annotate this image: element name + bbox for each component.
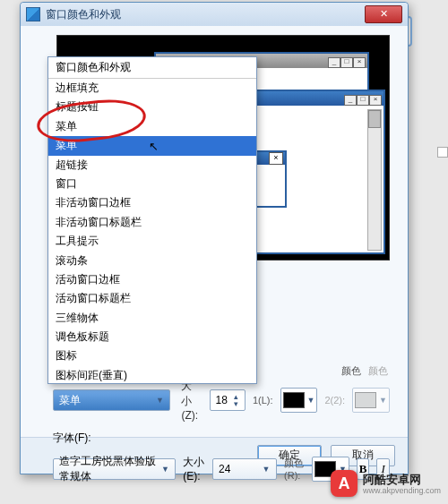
cursor-icon: ↖	[149, 139, 159, 156]
titlebar[interactable]: 窗口颜色和外观 ✕	[21, 3, 408, 26]
color-r-label: 颜色(R):	[284, 457, 305, 481]
color2-picker[interactable]: ▼	[352, 388, 390, 413]
dropdown-item[interactable]: 菜单	[48, 117, 256, 136]
dropdown-item[interactable]: 图标	[48, 346, 256, 365]
font-label: 字体(F):	[53, 431, 99, 446]
dropdown-item[interactable]: 调色板标题	[48, 328, 256, 346]
dropdown-item[interactable]: 边框填充	[48, 79, 256, 98]
watermark-logo: A	[331, 470, 358, 497]
chevron-down-icon: ▼	[159, 465, 171, 474]
size-z-spinner[interactable]: 18 ▴▾	[210, 389, 246, 411]
dropdown-item[interactable]: 非活动窗口标题栏	[48, 213, 256, 232]
dropdown-item[interactable]: 菜单↖	[48, 136, 256, 155]
color1-label: 1(L):	[253, 395, 273, 406]
dropdown-item[interactable]: 三维物体	[48, 309, 256, 328]
dropdown-item[interactable]: 工具提示	[48, 232, 256, 251]
app-icon	[26, 7, 40, 21]
dropdown-item[interactable]: 超链接	[48, 156, 256, 175]
watermark-url: www.akpvending.com	[363, 486, 441, 495]
dropdown-item[interactable]: 图标间距(垂直)	[48, 366, 256, 383]
size-e-combobox[interactable]: 24 ▼	[212, 458, 277, 480]
dropdown-item[interactable]: 活动窗口边框	[48, 270, 256, 289]
watermark: A 阿酷安卓网 www.akpvending.com	[331, 470, 441, 497]
item-dropdown-list[interactable]: 窗口颜色和外观 边框填充标题按钮菜单菜单↖超链接窗口非活动窗口边框非活动窗口标题…	[47, 56, 257, 384]
color2-label: 2(2):	[324, 395, 345, 406]
color1-picker[interactable]: ▼	[280, 388, 318, 413]
dropdown-item[interactable]: 滚动条	[48, 252, 256, 270]
dropdown-header: 窗口颜色和外观	[48, 57, 256, 79]
close-button[interactable]: ✕	[365, 5, 402, 23]
size-e-label: 大小(E):	[183, 455, 205, 483]
dropdown-item[interactable]: 窗口	[48, 175, 256, 193]
dropdown-item[interactable]: 标题按钮	[48, 98, 256, 116]
dropdown-item[interactable]: 非活动窗口边框	[48, 193, 256, 212]
color-sublabels: 颜色 颜色	[341, 364, 388, 378]
chevron-down-icon: ▼	[153, 396, 166, 405]
dropdown-item[interactable]: 活动窗口标题栏	[48, 289, 256, 308]
size-z-label: 大小(Z):	[181, 379, 202, 422]
window-color-appearance-dialog: 窗口颜色和外观 ✕ _□× _□× × 主题。只有选择 Windows 7 "基…	[20, 2, 409, 474]
window-title: 窗口颜色和外观	[46, 7, 359, 22]
item-combobox[interactable]: 菜单 ▼	[53, 389, 170, 411]
font-combobox[interactable]: 造字工房悦黑体验版常规体 ▼	[53, 458, 176, 480]
